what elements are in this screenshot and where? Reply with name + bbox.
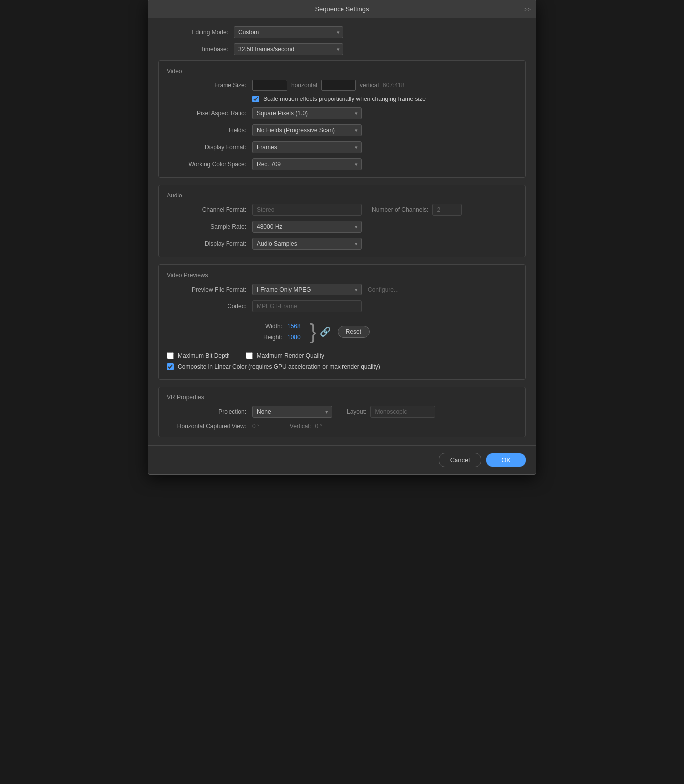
editing-mode-row: Editing Mode: Custom: [158, 26, 526, 38]
vertical-label: vertical: [360, 82, 379, 89]
link-bracket: } 🔗: [305, 317, 331, 346]
vr-projection-select[interactable]: None: [252, 406, 332, 418]
horizontal-label: horizontal: [291, 82, 317, 89]
bracket-icon: }: [310, 321, 317, 342]
vr-properties-section: VR Properties Projection: None Layout: M…: [158, 387, 526, 437]
pixel-aspect-ratio-label: Pixel Aspect Ratio:: [167, 110, 246, 117]
width-height-inputs: Width: 1568 Height: 1080: [252, 323, 301, 341]
vr-layout-label: Layout:: [347, 408, 366, 415]
sample-rate-row: Sample Rate: 48000 Hz: [167, 221, 517, 233]
vr-captured-view-row: Horizontal Captured View: 0 ° Vertical: …: [167, 423, 517, 430]
audio-section: Audio Channel Format: Stereo Number of C…: [158, 185, 526, 257]
dialog-title-bar: Sequence Settings >>: [148, 0, 536, 18]
max-bit-depth-row: Maximum Bit Depth Maximum Render Quality: [167, 352, 517, 359]
configure-button[interactable]: Configure...: [368, 286, 399, 293]
sample-rate-label: Sample Rate:: [167, 223, 246, 230]
audio-section-title: Audio: [167, 192, 517, 199]
composite-linear-label: Composite in Linear Color (requires GPU …: [178, 363, 380, 370]
pixel-aspect-ratio-select-wrapper: Square Pixels (1.0): [252, 107, 362, 119]
sample-rate-select-wrapper: 48000 Hz: [252, 221, 362, 233]
vr-layout-select-wrapper: Monoscopic: [370, 406, 435, 418]
composite-linear-row: Composite in Linear Color (requires GPU …: [167, 363, 517, 370]
video-section-title: Video: [167, 68, 517, 75]
working-color-space-label: Working Color Space:: [167, 161, 246, 168]
ok-button[interactable]: OK: [486, 453, 526, 467]
audio-display-format-select[interactable]: Audio Samples: [252, 238, 362, 250]
fields-row: Fields: No Fields (Progressive Scan): [167, 124, 517, 136]
editing-mode-label: Editing Mode:: [158, 29, 228, 36]
audio-display-format-label: Display Format:: [167, 240, 246, 247]
sample-rate-select[interactable]: 48000 Hz: [252, 221, 362, 233]
frame-size-label: Frame Size:: [167, 82, 246, 89]
audio-display-format-select-wrapper: Audio Samples: [252, 238, 362, 250]
editing-mode-select[interactable]: Custom: [234, 26, 343, 38]
sequence-settings-dialog: Sequence Settings >> Editing Mode: Custo…: [148, 0, 536, 475]
video-previews-title: Video Previews: [167, 272, 517, 279]
vr-projection-select-wrapper: None: [252, 406, 332, 418]
width-height-row: Width: 1568 Height: 1080 } 🔗 Reset: [167, 317, 517, 346]
frame-ratio: 607:418: [383, 82, 404, 89]
width-label: [167, 317, 246, 320]
expand-button[interactable]: >>: [524, 6, 531, 12]
pixel-aspect-ratio-select[interactable]: Square Pixels (1.0): [252, 107, 362, 119]
scale-checkbox-label: Scale motion effects proportionally when…: [263, 96, 426, 102]
width-value: 1568: [287, 323, 301, 330]
composite-linear-checkbox[interactable]: [167, 363, 174, 370]
timebase-select-wrapper: 32.50 frames/second: [234, 43, 343, 55]
vr-horizontal-label: Horizontal Captured View:: [167, 423, 246, 430]
preview-file-format-label: Preview File Format:: [167, 286, 246, 293]
frame-size-inputs: 2428 horizontal 1672 vertical 607:418: [252, 80, 404, 91]
num-channels-select[interactable]: 2: [432, 204, 462, 216]
working-color-space-row: Working Color Space: Rec. 709: [167, 158, 517, 170]
max-bit-depth-label: Maximum Bit Depth: [178, 352, 230, 359]
vr-vertical-label: Vertical:: [290, 423, 311, 430]
vr-properties-title: VR Properties: [167, 394, 517, 401]
scale-checkbox[interactable]: [252, 96, 259, 102]
reset-button[interactable]: Reset: [338, 326, 370, 338]
bottom-checkboxes: Maximum Bit Depth Maximum Render Quality…: [167, 349, 517, 372]
video-previews-section: Video Previews Preview File Format: I-Fr…: [158, 264, 526, 380]
editing-mode-select-wrapper: Custom: [234, 26, 343, 38]
channel-format-row: Channel Format: Stereo Number of Channel…: [167, 204, 517, 216]
width-sublabel: Width:: [252, 323, 282, 330]
display-format-select[interactable]: Frames: [252, 141, 362, 153]
vr-projection-row: Projection: None Layout: Monoscopic: [167, 406, 517, 418]
audio-display-format-row: Display Format: Audio Samples: [167, 238, 517, 250]
display-format-label: Display Format:: [167, 144, 246, 151]
link-chain-icon: 🔗: [320, 326, 331, 337]
vr-projection-label: Projection:: [167, 408, 246, 415]
timebase-label: Timebase:: [158, 46, 228, 53]
channel-format-label: Channel Format:: [167, 206, 246, 213]
preview-file-format-row: Preview File Format: I-Frame Only MPEG C…: [167, 284, 517, 295]
preview-file-format-select-wrapper: I-Frame Only MPEG: [252, 284, 362, 295]
timebase-select[interactable]: 32.50 frames/second: [234, 43, 343, 55]
dialog-title: Sequence Settings: [315, 5, 369, 13]
vr-vertical-value: 0 °: [315, 423, 323, 430]
preview-file-format-select[interactable]: I-Frame Only MPEG: [252, 284, 362, 295]
working-color-space-select-wrapper: Rec. 709: [252, 158, 362, 170]
fields-select[interactable]: No Fields (Progressive Scan): [252, 124, 362, 136]
width-row: Width: 1568: [252, 323, 301, 330]
channel-format-select-wrapper: Stereo: [252, 204, 362, 216]
fields-label: Fields:: [167, 127, 246, 134]
codec-label: Codec:: [167, 303, 246, 310]
video-section: Video Frame Size: 2428 horizontal 1672 v…: [158, 60, 526, 178]
cancel-button[interactable]: Cancel: [439, 453, 481, 467]
height-sublabel: Height:: [252, 334, 282, 341]
timebase-row: Timebase: 32.50 frames/second: [158, 43, 526, 55]
pixel-aspect-ratio-row: Pixel Aspect Ratio: Square Pixels (1.0): [167, 107, 517, 119]
dialog-body: Editing Mode: Custom Timebase: 32.50 fra…: [148, 18, 536, 445]
max-bit-depth-checkbox[interactable]: [167, 352, 174, 359]
max-render-quality-checkbox[interactable]: [246, 352, 253, 359]
frame-height-input[interactable]: 1672: [321, 80, 356, 91]
display-format-row: Display Format: Frames: [167, 141, 517, 153]
vr-horizontal-value: 0 °: [252, 423, 260, 430]
working-color-space-select[interactable]: Rec. 709: [252, 158, 362, 170]
codec-select-wrapper: MPEG I-Frame: [252, 300, 362, 312]
frame-size-row: Frame Size: 2428 horizontal 1672 vertica…: [167, 80, 517, 91]
channel-format-select[interactable]: Stereo: [252, 204, 362, 216]
height-row: Height: 1080: [252, 334, 301, 341]
codec-select[interactable]: MPEG I-Frame: [252, 300, 362, 312]
vr-layout-select[interactable]: Monoscopic: [370, 406, 435, 418]
frame-width-input[interactable]: 2428: [252, 80, 287, 91]
